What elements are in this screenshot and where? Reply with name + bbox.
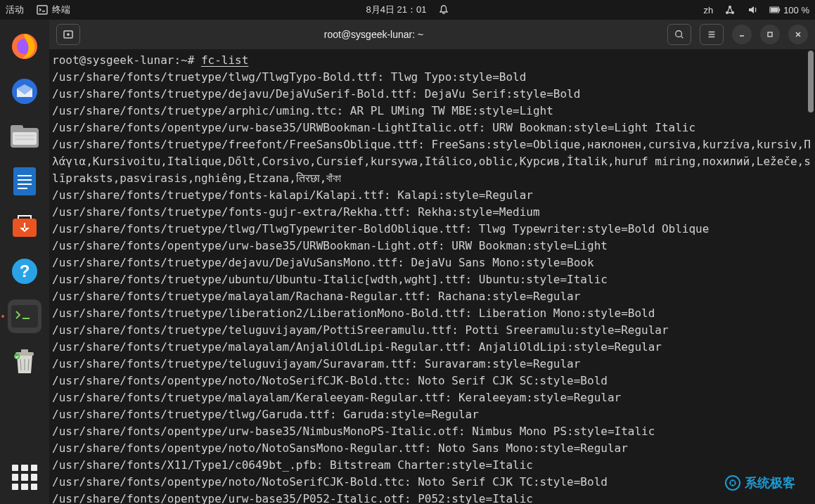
dock-libreoffice-writer[interactable] xyxy=(8,164,41,198)
svg-point-21 xyxy=(676,31,682,37)
output-line: /usr/share/fonts/opentype/urw-base35/P05… xyxy=(52,491,812,504)
output-line: /usr/share/fonts/opentype/noto/NotoSerif… xyxy=(52,474,812,491)
output-line: /usr/share/fonts/truetype/ubuntu/Ubuntu-… xyxy=(52,271,812,288)
scrollbar-thumb[interactable] xyxy=(808,51,814,112)
output-line: /usr/share/fonts/truetype/freefont/FreeS… xyxy=(52,136,812,187)
output-line: /usr/share/fonts/truetype/malayalam/Anja… xyxy=(52,339,812,356)
output-line: /usr/share/fonts/truetype/tlwg/Garuda.tt… xyxy=(52,406,812,423)
battery-indicator[interactable]: 100 % xyxy=(769,4,809,15)
svg-text:?: ? xyxy=(20,261,30,280)
prompt-line: root@sysgeek-lunar:~# fc-list xyxy=(52,52,812,69)
dock-files[interactable] xyxy=(8,119,41,153)
title-bar: root@sysgeek-lunar: ~ xyxy=(49,20,815,49)
terminal-window: root@sysgeek-lunar: ~ root@sysgeek-lunar… xyxy=(49,20,815,504)
output-line: /usr/share/fonts/truetype/liberation2/Li… xyxy=(52,305,812,322)
output-line: /usr/share/fonts/truetype/teluguvijayam/… xyxy=(52,322,812,339)
menu-icon xyxy=(707,30,717,39)
close-button[interactable] xyxy=(788,25,808,44)
terminal-icon xyxy=(37,4,48,15)
output-line: /usr/share/fonts/opentype/urw-base35/URW… xyxy=(52,119,812,136)
output-line: /usr/share/fonts/opentype/urw-base35/URW… xyxy=(52,238,812,254)
minimize-icon xyxy=(738,31,745,38)
input-source[interactable]: zh xyxy=(703,5,713,15)
svg-rect-10 xyxy=(11,125,23,132)
output-line: /usr/share/fonts/truetype/tlwg/TlwgTypew… xyxy=(52,221,812,238)
dock-trash[interactable] xyxy=(8,344,41,378)
datetime[interactable]: 8月4日 21：01 xyxy=(366,4,427,16)
new-tab-icon xyxy=(63,29,74,40)
output-line: /usr/share/fonts/X11/Type1/c0649bt_.pfb:… xyxy=(52,457,812,474)
show-applications[interactable] xyxy=(12,465,37,490)
dock-firefox[interactable] xyxy=(8,30,41,63)
watermark: 系统极客 xyxy=(725,474,795,491)
output-line: /usr/share/fonts/truetype/fonts-kalapi/K… xyxy=(52,187,812,204)
output-line: /usr/share/fonts/opentype/noto/NotoSansM… xyxy=(52,440,812,457)
activities-button[interactable]: 活动 xyxy=(6,4,24,16)
watermark-icon xyxy=(725,475,740,491)
dock: ? xyxy=(0,20,49,504)
dock-help[interactable]: ? xyxy=(8,254,41,288)
svg-rect-18 xyxy=(21,349,28,353)
volume-icon[interactable] xyxy=(747,4,758,15)
svg-rect-5 xyxy=(771,8,778,12)
dock-software[interactable] xyxy=(8,209,41,243)
output-line: /usr/share/fonts/truetype/tlwg/TlwgTypo-… xyxy=(52,69,812,86)
svg-rect-22 xyxy=(768,32,772,37)
maximize-icon xyxy=(766,31,774,38)
dock-terminal[interactable] xyxy=(8,299,41,333)
window-title: root@sysgeek-lunar: ~ xyxy=(80,29,667,40)
command-text: fc-list xyxy=(201,53,248,67)
close-icon xyxy=(795,31,802,38)
app-indicator-label: 终端 xyxy=(52,4,70,16)
prompt: root@sysgeek-lunar:~# xyxy=(52,53,194,67)
maximize-button[interactable] xyxy=(760,25,780,44)
network-icon[interactable] xyxy=(724,4,736,15)
bell-icon[interactable] xyxy=(438,4,449,15)
output-line: /usr/share/fonts/opentype/urw-base35/Nim… xyxy=(52,423,812,440)
output-line: /usr/share/fonts/truetype/arphic/uming.t… xyxy=(52,103,812,119)
app-indicator[interactable]: 终端 xyxy=(37,4,70,16)
minimize-button[interactable] xyxy=(732,25,752,44)
battery-icon xyxy=(769,4,781,15)
search-icon xyxy=(674,30,684,39)
terminal-output: /usr/share/fonts/truetype/tlwg/TlwgTypo-… xyxy=(52,69,812,504)
top-panel: 活动 终端 8月4日 21：01 zh 100 % xyxy=(0,0,815,20)
dock-thunderbird[interactable] xyxy=(8,75,41,108)
search-button[interactable] xyxy=(667,24,691,45)
new-tab-button[interactable] xyxy=(56,24,80,45)
output-line: /usr/share/fonts/truetype/dejavu/DejaVuS… xyxy=(52,254,812,271)
svg-rect-11 xyxy=(13,132,37,145)
svg-rect-16 xyxy=(11,305,38,328)
output-line: /usr/share/fonts/truetype/dejavu/DejaVuS… xyxy=(52,86,812,103)
svg-rect-0 xyxy=(37,6,47,14)
terminal-body[interactable]: root@sysgeek-lunar:~# fc-list /usr/share… xyxy=(49,49,815,504)
output-line: /usr/share/fonts/truetype/teluguvijayam/… xyxy=(52,356,812,373)
output-line: /usr/share/fonts/truetype/fonts-gujr-ext… xyxy=(52,204,812,221)
svg-rect-12 xyxy=(13,167,36,195)
output-line: /usr/share/fonts/truetype/malayalam/Kera… xyxy=(52,389,812,406)
output-line: /usr/share/fonts/opentype/noto/NotoSerif… xyxy=(52,373,812,389)
output-line: /usr/share/fonts/truetype/malayalam/Rach… xyxy=(52,288,812,305)
hamburger-menu[interactable] xyxy=(700,24,724,45)
